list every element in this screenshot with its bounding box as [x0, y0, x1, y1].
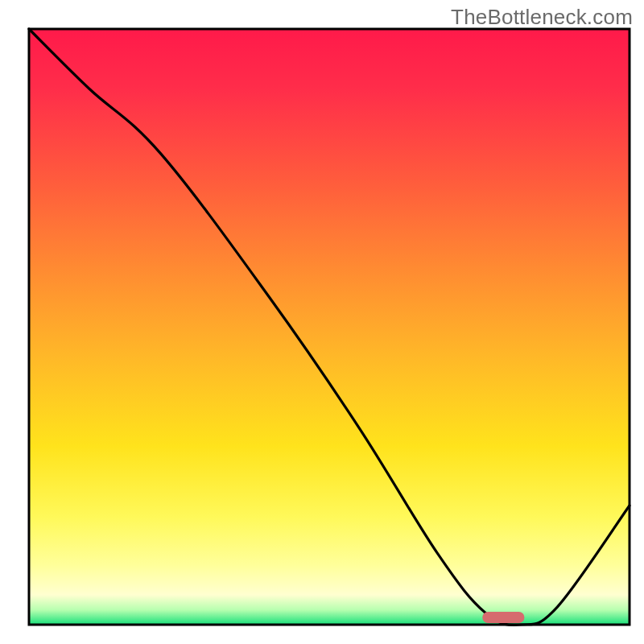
optimal-range-marker	[482, 612, 524, 623]
chart-container: TheBottleneck.com	[0, 0, 644, 644]
watermark-text: TheBottleneck.com	[451, 5, 633, 30]
gradient-background	[29, 29, 630, 625]
bottleneck-chart	[0, 0, 644, 644]
